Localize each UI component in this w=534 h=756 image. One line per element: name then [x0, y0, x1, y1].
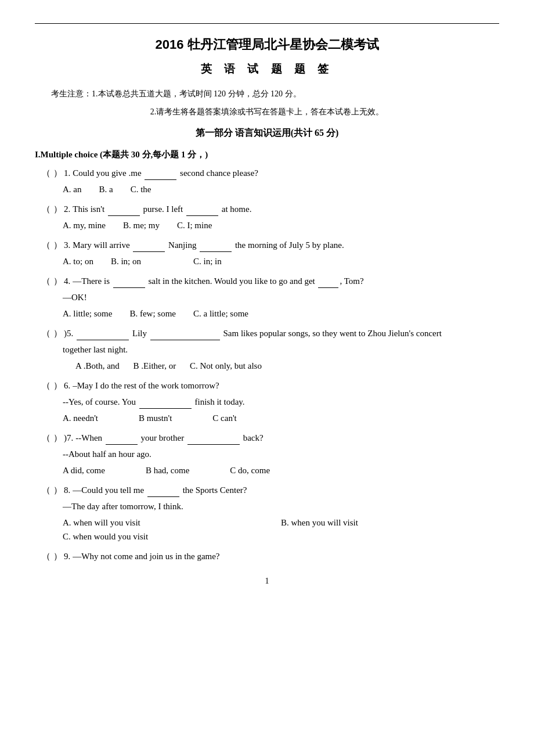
q5-opt-b: B .Either, or [134, 361, 176, 370]
q3-opt-c: C. in; in [193, 254, 222, 268]
question-3: （ ） 3. Mary will arrive Nanjing the morn… [35, 238, 499, 268]
question-5: （ ） )5. Lily Sam likes popular songs, so… [35, 326, 499, 373]
q1-opt-c: C. the [131, 182, 151, 196]
q1-num: 1. [64, 166, 70, 180]
q4-options: A. little; some B. few; some C. a little… [41, 307, 499, 321]
bracket-close-7: ） [52, 431, 63, 445]
q1-opt-a: A. an [63, 182, 82, 196]
question-8: （ ） 8. —Could you tell me the Sports Cen… [35, 483, 499, 543]
q9-text: —Why not come and join us in the game? [73, 549, 499, 563]
q6-opt-a: A. needn't [63, 411, 98, 425]
bracket-close-4: ） [52, 274, 63, 288]
bracket-9: （ [41, 549, 51, 563]
main-title: 2016 牡丹江管理局北斗星协会二模考试 [35, 34, 499, 55]
section1-title: I.Multiple choice (本题共 30 分,每小题 1 分，) [35, 147, 499, 161]
q8-opt-col1: A. when will you visit C. when would you… [63, 516, 281, 543]
question-2: （ ） 2. This isn't purse. I left at home.… [35, 202, 499, 232]
question-7: （ ） )7. --When your brother back? --Abou… [35, 431, 499, 477]
q2-text: This isn't purse. I left at home. [73, 202, 499, 216]
sub-title: 英 语 试 题 题 签 [35, 60, 499, 78]
bracket-close-1: ） [52, 166, 63, 180]
q7-opt-a: A did, come [63, 463, 105, 477]
q6-text: –May I do the rest of the work tomorrow? [73, 379, 499, 393]
q6-options: A. needn't B mustn't C can't [41, 411, 499, 425]
question-1: （ ） 1. Could you give .me second chance … [35, 166, 499, 196]
q4-num: 4. [64, 274, 70, 288]
question-9: （ ） 9. —Why not come and join us in the … [35, 549, 499, 563]
q8-opt-c: C. when would you visit [63, 530, 281, 543]
q3-text: Mary will arrive Nanjing the morning of … [73, 238, 499, 252]
q8-options: A. when will you visit C. when would you… [41, 516, 499, 543]
q4-opt-b: B. few; some [129, 307, 176, 321]
question-4: （ ） 4. —There is salt in the kitchen. Wo… [35, 274, 499, 321]
bracket-7: （ [41, 431, 51, 445]
q6-num: 6. [64, 379, 70, 393]
q1-opt-b: B. a [99, 182, 113, 196]
q7-opt-c: C do, come [230, 463, 270, 477]
q6-opt-b: B mustn't [139, 411, 172, 425]
bracket-4: （ [41, 274, 51, 288]
q2-opt-a: A. my, mine [63, 218, 106, 232]
q4-sub: —OK! [41, 290, 499, 304]
q9-num: 9. [64, 549, 70, 563]
bracket-close-2: ） [52, 202, 63, 216]
q2-num: 2. [64, 202, 70, 216]
q8-num: 8. [64, 483, 70, 497]
q1-options: A. an B. a C. the [41, 182, 499, 196]
page-number: 1 [35, 575, 499, 588]
bracket-8: （ [41, 483, 51, 497]
q7-opt-b: B had, come [146, 463, 189, 477]
q8-sub: —The day after tomorrow, I think. [41, 499, 499, 513]
q6-sub: --Yes, of course. You finish it today. [41, 395, 499, 409]
q8-text: —Could you tell me the Sports Center? [73, 483, 499, 497]
q3-options: A. to; on B. in; on C. in; in [41, 254, 499, 268]
bracket-close-6: ） [52, 379, 63, 393]
bracket-5: （ [41, 326, 51, 340]
q3-opt-a: A. to; on [63, 254, 93, 268]
notice2: 2.请考生将各题答案填涂或书写在答题卡上，答在本试卷上无效。 [35, 106, 499, 118]
q6-opt-c: C can't [212, 411, 236, 425]
q4-opt-c: C. a little; some [193, 307, 248, 321]
part1-title: 第一部分 语言知识运用(共计 65 分) [35, 125, 499, 141]
q3-opt-b: B. in; on [111, 254, 141, 268]
q8-opt-a: A. when will you visit [63, 516, 281, 530]
q5-opt-a: A .Both, and [75, 361, 120, 370]
q8-opt-col2: B. when you will visit [281, 516, 499, 543]
bracket-1: （ [41, 166, 51, 180]
q1-text: Could you give .me second chance please? [73, 166, 499, 180]
q3-num: 3. [64, 238, 70, 252]
q7-options: A did, come B had, come C do, come [41, 463, 499, 477]
top-divider [35, 23, 499, 24]
q4-text: —There is salt in the kitchen. Would you… [73, 274, 499, 288]
bracket-close-8: ） [52, 483, 63, 497]
q7-sub: --About half an hour ago. [41, 447, 499, 461]
q4-opt-a: A. little; some [63, 307, 112, 321]
question-6: （ ） 6. –May I do the rest of the work to… [35, 379, 499, 425]
bracket-6: （ [41, 379, 51, 393]
q5-num: )5. [64, 326, 73, 340]
bracket-3: （ [41, 238, 51, 252]
q2-opt-b: B. me; my [123, 218, 160, 232]
q5-sub: together last night. [41, 343, 499, 357]
bracket-close-9: ） [52, 549, 63, 563]
q7-num: )7. [64, 431, 73, 445]
notice1: 考生注意：1.本试卷总共五道大题，考试时间 120 分钟，总分 120 分。 [35, 87, 499, 101]
q5-opt-c: C. Not only, but also [190, 361, 262, 370]
q5-options: A .Both, and B .Either, or C. Not only, … [41, 359, 499, 373]
bracket-close-5: ） [52, 326, 63, 340]
bracket-close-3: ） [52, 238, 63, 252]
q2-options: A. my, mine B. me; my C. I; mine [41, 218, 499, 232]
q2-opt-c: C. I; mine [177, 218, 212, 232]
q8-opt-b: B. when you will visit [281, 516, 499, 530]
bracket-2: （ [41, 202, 51, 216]
q5-text: Lily Sam likes popular songs, so they we… [75, 326, 499, 340]
q7-text: --When your brother back? [75, 431, 499, 445]
